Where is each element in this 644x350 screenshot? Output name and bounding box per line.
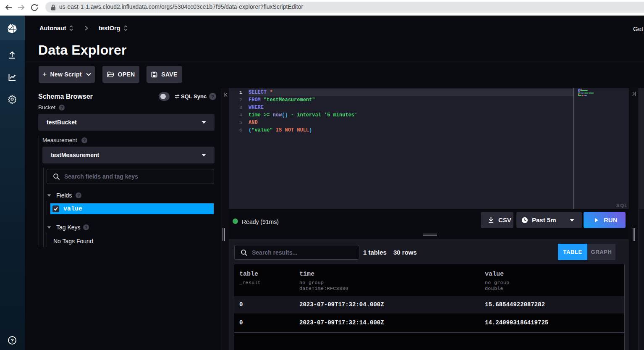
svg-text:?: ? <box>10 338 14 344</box>
